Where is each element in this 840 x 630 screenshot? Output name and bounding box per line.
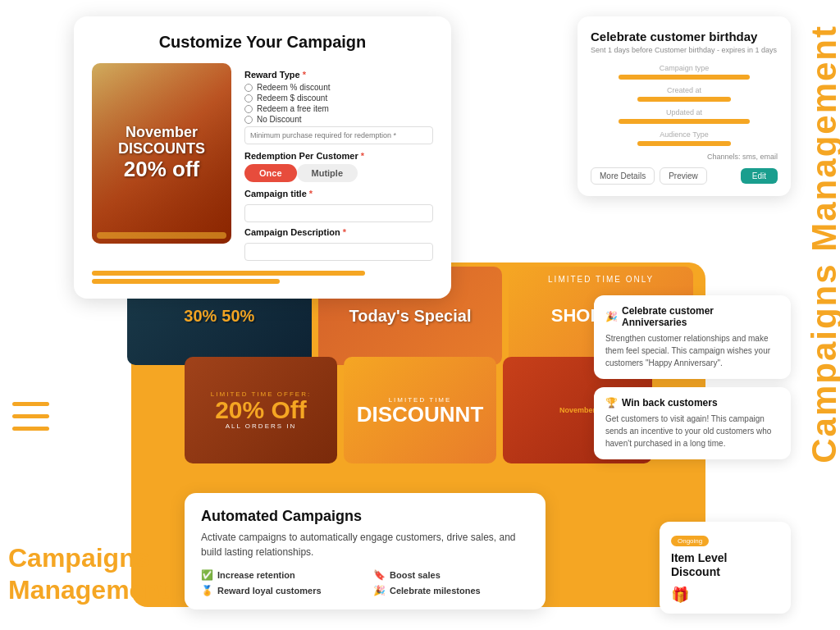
automated-campaigns-card: Automated Campaigns Activate campaigns t…	[185, 493, 546, 609]
updated-at-field: Updated at	[591, 108, 778, 124]
anniversary-card-title: 🎉 Celebrate customer Anniversaries	[605, 305, 779, 328]
ham-line-3	[12, 427, 49, 431]
card-bottom-lines	[92, 271, 433, 284]
audience-type-bar	[637, 141, 731, 146]
automated-card-title: Automated Campaigns	[201, 508, 529, 525]
winback-card: 🏆 Win back customers Get customers to vi…	[594, 387, 791, 459]
item-discount-title: Item Level Discount	[671, 551, 779, 579]
campaign-type-bar	[619, 75, 750, 80]
campaign-desc-label: Campaign Description *	[244, 227, 433, 237]
food-subtitle: 20% off	[124, 157, 199, 182]
banner-row-2: LIMITED TIME OFFER: 20% Off ALL ORDERS I…	[185, 357, 652, 463]
limited-offer-pct: 20% Off	[215, 398, 307, 422]
limited-time-text: LIMITED TIME ONLY	[548, 275, 654, 284]
vertical-title: Campaigns Management	[805, 25, 840, 463]
audience-type-label: Audience Type	[591, 130, 778, 139]
channels-text: Channels: sms, email	[591, 153, 778, 161]
anniversary-emoji: 🎉	[605, 311, 618, 322]
item-discount-icon: 🎁	[671, 586, 779, 604]
feature-retention: ✅ Increase retention	[201, 569, 357, 581]
radio-dot	[244, 84, 253, 92]
bottom-line-1	[92, 271, 365, 276]
reward-type-options: Redeem % discount Redeem $ discount Rede…	[244, 83, 433, 124]
audience-type-field: Audience Type	[591, 130, 778, 146]
milestones-icon: 🎉	[373, 585, 386, 596]
feature-milestones: 🎉 Celebrate milestones	[373, 585, 529, 596]
radio-redeem-pct[interactable]: Redeem % discount	[244, 83, 433, 92]
created-at-field: Created at	[591, 86, 778, 102]
november-text: November	[559, 406, 596, 414]
radio-dot	[244, 105, 253, 113]
campaign-type-label: Campaign type	[591, 64, 778, 72]
customize-campaign-card: Customize Your Campaign NovemberDISCOUNT…	[74, 16, 451, 299]
limited-offer-sub: ALL ORDERS IN	[226, 422, 297, 430]
radio-dot	[244, 116, 253, 124]
more-details-button[interactable]: More Details	[591, 167, 655, 185]
discount-numbers: 30% 50%	[184, 307, 254, 326]
feature-boost-sales: 🔖 Boost sales	[373, 569, 529, 581]
customize-card-title: Customize Your Campaign	[92, 33, 433, 52]
disc-50: 50%	[221, 307, 254, 326]
min-purchase-input[interactable]	[244, 126, 433, 144]
retention-label: Increase retention	[217, 570, 295, 580]
radio-no-discount[interactable]: No Discount	[244, 115, 433, 124]
banner-discount-2: LIMITED TIME DISCOUNNT	[344, 357, 496, 463]
winback-card-title: 🏆 Win back customers	[605, 397, 779, 409]
milestones-label: Celebrate milestones	[390, 586, 481, 596]
food-title: NovemberDISCOUNTS	[118, 125, 205, 158]
radio-dot	[244, 94, 253, 103]
once-button[interactable]: Once	[244, 164, 297, 182]
hamburger-menu[interactable]	[12, 402, 49, 431]
banner-limited-offer: LIMITED TIME OFFER: 20% Off ALL ORDERS I…	[185, 357, 337, 463]
retention-icon: ✅	[201, 569, 213, 581]
side-cards-container: 🎉 Celebrate customer Anniversaries Stren…	[594, 295, 791, 459]
redemption-toggle-group: Once Mutiple	[244, 164, 433, 182]
food-image: NovemberDISCOUNTS 20% off	[92, 63, 231, 244]
reward-icon: 🏅	[201, 585, 213, 596]
campaign-type-field: Campaign type	[591, 64, 778, 80]
boost-label: Boost sales	[390, 570, 441, 580]
customize-form: Reward Type * Redeem % discount Redeem $…	[244, 63, 433, 261]
multiple-button[interactable]: Mutiple	[297, 164, 358, 182]
preview-button[interactable]: Preview	[660, 167, 707, 185]
bottom-line-2	[92, 279, 280, 284]
bottom-left-title: CampaignsManagement	[8, 542, 169, 605]
radio-redeem-dollar[interactable]: Redeem $ discount	[244, 94, 433, 103]
item-level-discount-card: Ongoing Item Level Discount 🎁	[660, 522, 791, 614]
ham-line-2	[12, 414, 49, 418]
campaign-desc-input[interactable]	[244, 243, 433, 261]
campaign-title-label: Campaign title *	[244, 189, 433, 199]
anniversary-card: 🎉 Celebrate customer Anniversaries Stren…	[594, 295, 791, 379]
ongoing-badge: Ongoing	[671, 536, 709, 546]
redemption-label: Redemption Per Customer *	[244, 151, 433, 161]
banner-special-title: Today's Special	[349, 307, 472, 326]
radio-free-item[interactable]: Redeem a free item	[244, 104, 433, 113]
feature-grid: ✅ Increase retention 🔖 Boost sales 🏅 Rew…	[201, 569, 529, 596]
updated-at-label: Updated at	[591, 108, 778, 116]
automated-card-desc: Activate campaigns to automatically enga…	[201, 530, 529, 559]
created-at-label: Created at	[591, 86, 778, 94]
ham-line-1	[12, 402, 49, 406]
birthday-card: Celebrate customer birthday Sent 1 days …	[578, 16, 791, 196]
disc-banner-text: DISCOUNNT	[357, 404, 484, 425]
anniversary-card-desc: Strengthen customer relationships and ma…	[605, 332, 779, 369]
birthday-actions: More Details Preview Edit	[591, 167, 778, 185]
birthday-subtitle: Sent 1 days before Customer birthday - e…	[591, 46, 778, 54]
edit-button[interactable]: Edit	[741, 168, 778, 184]
updated-at-bar	[619, 119, 750, 124]
boost-icon: 🔖	[373, 569, 386, 581]
created-at-bar	[637, 97, 731, 102]
feature-reward: 🏅 Reward loyal customers	[201, 585, 357, 596]
reward-label: Reward loyal customers	[217, 586, 322, 596]
winback-emoji: 🏆	[605, 397, 618, 409]
disc-30: 30%	[184, 307, 217, 326]
campaign-title-input[interactable]	[244, 204, 433, 222]
birthday-card-title: Celebrate customer birthday	[591, 30, 778, 43]
reward-type-label: Reward Type *	[244, 70, 433, 80]
winback-card-desc: Get customers to visit again! This campa…	[605, 413, 779, 450]
